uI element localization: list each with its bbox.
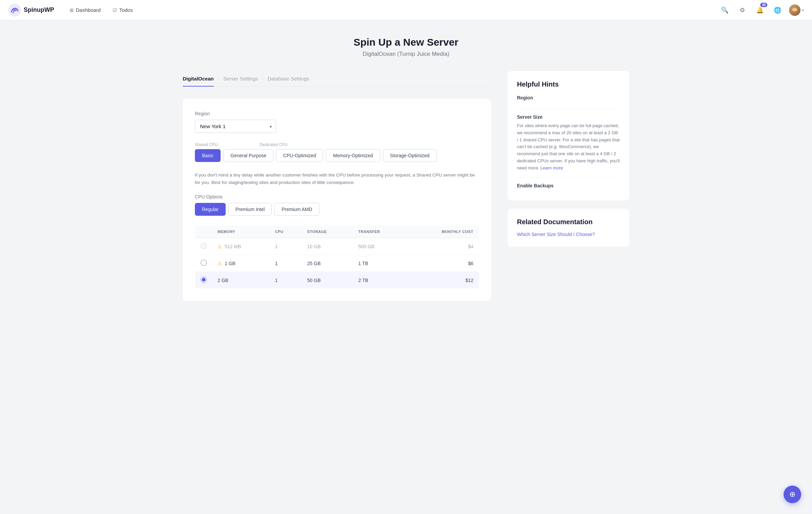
nav-dashboard[interactable]: ⊞ Dashboard <box>65 4 105 16</box>
table-row: ⚠ 1 GB 1 25 GB 1 TB $6 <box>195 255 479 272</box>
notification-wrapper: 🔔 48 <box>754 4 766 16</box>
radio-2gb[interactable] <box>201 277 207 283</box>
region-group: Region New York 1 New York 2 New York 3 … <box>195 111 479 133</box>
btn-cpu-optimized[interactable]: CPU-Optimized <box>276 149 323 162</box>
sidebar: Helpful Hints Region Server Size For sit… <box>508 71 629 255</box>
table-header-row: MEMORY CPU STORAGE TRANSFER MONTHLY COST <box>195 226 479 238</box>
navbar: SpinupWP ⊞ Dashboard ☑ Todos 🔍 ⚙ 🔔 48 🌐 … <box>0 0 812 20</box>
region-label: Region <box>195 111 479 116</box>
memory-cell-2: ⚠ 1 GB <box>212 255 270 272</box>
nav-todos[interactable]: ☑ Todos <box>108 4 137 16</box>
chevron-icon-2: › <box>262 76 264 81</box>
storage-val-3: 50 GB <box>302 272 353 289</box>
search-button[interactable]: 🔍 <box>719 4 731 16</box>
hints-title: Helpful Hints <box>517 80 620 88</box>
storage-val-1: 10 GB <box>302 238 353 255</box>
logo-link[interactable]: SpinupWP <box>8 4 54 17</box>
hint-server-size-text: For sites where every page can be full p… <box>517 122 620 172</box>
cpu-val-3: 1 <box>270 272 302 289</box>
region-select-wrapper: New York 1 New York 2 New York 3 San Fra… <box>195 120 276 133</box>
svg-point-1 <box>13 9 16 11</box>
cost-val-2: $6 <box>407 255 479 272</box>
dashboard-icon: ⊞ <box>70 7 74 13</box>
gear-icon: ⚙ <box>740 6 745 14</box>
wizard-step-database-settings[interactable]: Database Settings <box>268 71 309 86</box>
btn-regular[interactable]: Regular <box>195 203 226 216</box>
settings-button[interactable]: ⚙ <box>736 4 748 16</box>
wizard-step-server-settings[interactable]: Server Settings <box>223 71 258 86</box>
transfer-val-3: 2 TB <box>353 272 407 289</box>
hint-enable-backups: Enable Backups <box>517 183 620 188</box>
server-type-group: Shared CPU Dedicated CPU Basic General P… <box>195 142 479 162</box>
chevron-down-icon: ▾ <box>802 8 804 13</box>
main-container: Spin Up a New Server DigitalOcean (Turni… <box>169 20 643 321</box>
wizard-step-digitalocean[interactable]: DigitalOcean <box>183 71 214 86</box>
todos-icon: ☑ <box>113 7 117 13</box>
cpu-val-2: 1 <box>270 255 302 272</box>
page-header: Spin Up a New Server DigitalOcean (Turni… <box>183 37 629 57</box>
avatar: 🧅 <box>789 4 800 16</box>
radio-cell-2 <box>195 255 212 272</box>
cpu-options-group: CPU Options Regular Premium Intel Premiu… <box>195 194 479 216</box>
hint-server-size-label: Server Size <box>517 114 620 120</box>
btn-general-purpose[interactable]: General Purpose <box>223 149 273 162</box>
memory-cell-1: ⚠ 512 MB <box>212 238 270 255</box>
hint-enable-backups-label: Enable Backups <box>517 183 620 188</box>
col-radio <box>195 226 212 238</box>
memory-cell-3: 2 GB <box>212 272 270 289</box>
logo-icon <box>8 4 21 17</box>
radio-1gb[interactable] <box>201 260 207 266</box>
cost-val-1: $4 <box>407 238 479 255</box>
bell-icon: 🔔 <box>756 6 764 14</box>
region-select[interactable]: New York 1 New York 2 New York 3 San Fra… <box>195 120 276 133</box>
page-subtitle: DigitalOcean (Turnip Juice Media) <box>183 51 629 57</box>
cpu-val-1: 1 <box>270 238 302 255</box>
learn-more-link[interactable]: Learn more <box>540 165 563 170</box>
globe-icon: 🌐 <box>774 6 781 14</box>
transfer-val-1: 500 GB <box>353 238 407 255</box>
btn-storage-optimized[interactable]: Storage-Optimized <box>383 149 437 162</box>
related-docs-section: Related Documentation Which Server Size … <box>508 209 629 247</box>
avatar-button[interactable]: 🧅 ▾ <box>789 4 804 16</box>
btn-basic[interactable]: Basic <box>195 149 221 162</box>
shared-cpu-label: Shared CPU <box>195 142 218 147</box>
transfer-val-2: 1 TB <box>353 255 407 272</box>
chevron-icon-1: › <box>218 76 219 81</box>
col-transfer: TRANSFER <box>353 226 407 238</box>
memory-val-3: 2 GB <box>218 278 228 283</box>
page-title: Spin Up a New Server <box>183 37 629 48</box>
cpu-options-label: CPU Options <box>195 194 479 200</box>
btn-memory-optimized[interactable]: Memory-Optimized <box>326 149 380 162</box>
radio-cell-1 <box>195 238 212 255</box>
content-grid: DigitalOcean › Server Settings › Databas… <box>183 71 629 301</box>
storage-val-2: 25 GB <box>302 255 353 272</box>
hint-region: Region <box>517 95 620 109</box>
server-type-buttons: Basic General Purpose CPU-Optimized Memo… <box>195 149 479 162</box>
hint-region-label: Region <box>517 95 620 100</box>
memory-val-1: 512 MB <box>225 244 241 249</box>
warning-icon-1: ⚠ <box>218 244 222 249</box>
doc-link-server-size[interactable]: Which Server Size Should I Choose? <box>517 232 595 237</box>
btn-premium-amd[interactable]: Premium AMD <box>274 203 319 216</box>
cpu-option-buttons: Regular Premium Intel Premium AMD <box>195 203 479 216</box>
cost-val-3: $12 <box>407 272 479 289</box>
globe-button[interactable]: 🌐 <box>771 4 784 16</box>
form-panel: DigitalOcean › Server Settings › Databas… <box>183 71 491 301</box>
server-size-table: MEMORY CPU STORAGE TRANSFER MONTHLY COST <box>195 225 479 289</box>
radio-512mb[interactable] <box>201 243 207 249</box>
col-cpu: CPU <box>270 226 302 238</box>
shared-cpu-description: If you don't mind a tiny delay while ano… <box>195 171 479 186</box>
col-storage: STORAGE <box>302 226 353 238</box>
col-memory: MEMORY <box>212 226 270 238</box>
navbar-right: 🔍 ⚙ 🔔 48 🌐 🧅 ▾ <box>719 4 804 16</box>
dedicated-cpu-label: Dedicated CPU <box>260 142 288 147</box>
form-section: Region New York 1 New York 2 New York 3 … <box>183 99 491 301</box>
hints-section: Helpful Hints Region Server Size For sit… <box>508 71 629 201</box>
search-icon: 🔍 <box>721 6 728 14</box>
radio-cell-3 <box>195 272 212 289</box>
related-docs-title: Related Documentation <box>517 218 620 226</box>
btn-premium-intel[interactable]: Premium Intel <box>228 203 272 216</box>
warning-icon-2: ⚠ <box>218 261 222 266</box>
navbar-nav: ⊞ Dashboard ☑ Todos <box>65 4 708 16</box>
col-cost: MONTHLY COST <box>407 226 479 238</box>
